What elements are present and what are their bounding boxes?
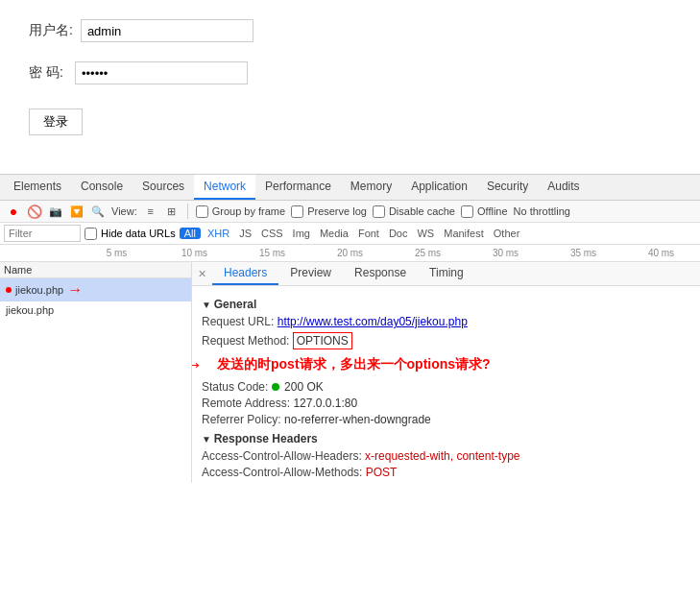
response-header-key-2: Access-Control-Allow-Origin: — [202, 482, 349, 483]
remote-addr-val: 127.0.0.1:80 — [293, 397, 357, 410]
status-code-row: Status Code: 200 OK — [202, 380, 690, 394]
request-method-val: OPTIONS — [293, 332, 352, 349]
disable-cache-group: Disable cache — [373, 205, 455, 218]
tab-performance[interactable]: Performance — [255, 175, 341, 200]
camera-icon[interactable]: 📷 — [48, 204, 63, 219]
referrer-policy-row: Referrer Policy: no-referrer-when-downgr… — [202, 413, 690, 426]
file-list: Name jiekou.php → jiekou.php — [0, 262, 192, 483]
referrer-policy-val: no-referrer-when-downgrade — [284, 413, 431, 426]
big-arrow-icon: → — [192, 352, 204, 377]
tab-console[interactable]: Console — [71, 175, 133, 200]
disable-cache-label: Disable cache — [389, 205, 455, 217]
arrow-indicator: → — [67, 281, 83, 299]
group-by-frame-label: Group by frame — [212, 205, 285, 217]
filter-type-manifest[interactable]: Manifest — [441, 227, 487, 240]
tab-network[interactable]: Network — [194, 175, 255, 200]
search-icon[interactable]: 🔍 — [90, 204, 106, 219]
sub-tab-preview[interactable]: Preview — [278, 262, 343, 285]
throttle-label: No throttling — [514, 205, 570, 217]
timeline-mark-7: 35 ms — [544, 248, 622, 258]
disable-cache-checkbox[interactable] — [373, 205, 385, 218]
timeline-mark-5: 25 ms — [389, 248, 467, 258]
hide-data-urls-label: Hide data URLs — [101, 228, 176, 239]
stop-icon[interactable]: 🚫 — [27, 204, 42, 219]
response-headers-section-title[interactable]: Response Headers — [202, 432, 690, 445]
group-by-frame-group: Group by frame — [196, 205, 285, 218]
list-view-icon[interactable]: ≡ — [143, 204, 158, 219]
status-green-icon — [272, 383, 279, 391]
request-url-val: http://www.test.com/day05/jiekou.php — [278, 315, 468, 328]
hide-data-urls-checkbox[interactable] — [84, 228, 97, 240]
preserve-log-label: Preserve log — [307, 205, 367, 217]
filter-type-font[interactable]: Font — [355, 227, 382, 240]
tab-sources[interactable]: Sources — [133, 175, 194, 200]
filter-type-ws[interactable]: WS — [414, 227, 437, 240]
annotation-row: → 发送的时post请求，多出来一个options请求? — [192, 352, 690, 377]
view-label: View: — [111, 205, 137, 217]
request-method-key: Request Method: — [202, 334, 289, 348]
timeline-mark-6: 30 ms — [467, 248, 544, 258]
record-icon[interactable]: ● — [6, 204, 21, 219]
timeline-mark-8: 40 ms — [622, 248, 700, 258]
remote-addr-row: Remote Address: 127.0.0.1:80 — [202, 397, 690, 410]
sub-tab-response[interactable]: Response — [343, 262, 418, 285]
devtools-panel: Elements Console Sources Network Perform… — [0, 174, 700, 483]
password-label: 密 码: — [29, 64, 67, 82]
username-label: 用户名: — [29, 22, 73, 39]
filter-type-media[interactable]: Media — [317, 227, 351, 240]
response-header-val-2: * — [352, 482, 357, 483]
response-header-2: Access-Control-Allow-Origin: * — [202, 482, 690, 483]
request-url-key: Request URL: — [202, 315, 274, 328]
status-code-key: Status Code: — [202, 380, 268, 394]
response-header-key-1: Access-Control-Allow-Methods: — [202, 466, 362, 479]
request-url-row: Request URL: http://www.test.com/day05/j… — [202, 315, 690, 328]
sub-tab-close-button[interactable]: ✕ — [192, 265, 212, 283]
tab-application[interactable]: Application — [401, 175, 477, 200]
timeline-mark-3: 15 ms — [233, 248, 311, 258]
request-method-row: Request Method: OPTIONS — [202, 331, 690, 350]
main-split: Name jiekou.php → jiekou.php ✕ Headers P… — [0, 262, 700, 483]
file-item-0[interactable]: jiekou.php → — [0, 278, 191, 301]
tab-security[interactable]: Security — [477, 175, 538, 200]
referrer-policy-key: Referrer Policy: — [202, 413, 281, 426]
filter-type-xhr[interactable]: XHR — [205, 227, 232, 240]
tab-elements[interactable]: Elements — [4, 175, 71, 200]
offline-group: Offline — [461, 205, 508, 218]
timeline-mark-1: 5 ms — [78, 248, 156, 258]
username-row: 用户名: — [29, 19, 671, 42]
filter-type-other[interactable]: Other — [491, 227, 523, 240]
response-header-0: Access-Control-Allow-Headers: x-requeste… — [202, 449, 690, 463]
form-area: 用户名: 密 码: 登录 — [0, 0, 700, 174]
response-header-val-1: POST — [366, 466, 398, 479]
general-section-title[interactable]: General — [202, 298, 690, 311]
tab-audits[interactable]: Audits — [538, 175, 589, 200]
offline-checkbox[interactable] — [461, 205, 473, 218]
filter-type-doc[interactable]: Doc — [386, 227, 411, 240]
grid-view-icon[interactable]: ⊞ — [164, 204, 180, 219]
filter-type-js[interactable]: JS — [236, 227, 254, 240]
filter-type-css[interactable]: CSS — [258, 227, 286, 240]
sub-tab-headers[interactable]: Headers — [212, 262, 278, 285]
tab-memory[interactable]: Memory — [341, 175, 401, 200]
offline-label: Offline — [477, 205, 508, 217]
login-button[interactable]: 登录 — [29, 108, 83, 135]
password-input[interactable] — [75, 61, 248, 84]
devtools-tab-bar: Elements Console Sources Network Perform… — [0, 175, 700, 201]
group-by-frame-checkbox[interactable] — [196, 205, 208, 218]
username-input[interactable] — [81, 19, 253, 42]
filter-all-badge[interactable]: All — [180, 228, 201, 239]
timeline-bar: 5 ms 10 ms 15 ms 20 ms 25 ms 30 ms 35 ms… — [0, 245, 700, 262]
sub-tab-timing[interactable]: Timing — [418, 262, 475, 285]
filter-input[interactable] — [4, 225, 81, 242]
file-item-1[interactable]: jiekou.php — [0, 301, 191, 319]
annotation-text: 发送的时post请求，多出来一个options请求? — [217, 356, 491, 373]
sub-tabs-bar: ✕ Headers Preview Response Timing — [192, 262, 700, 286]
response-header-key-0: Access-Control-Allow-Headers: — [202, 449, 362, 463]
right-panel: ✕ Headers Preview Response Timing Genera… — [192, 262, 700, 483]
remote-addr-key: Remote Address: — [202, 397, 290, 410]
filter-icon[interactable]: 🔽 — [69, 204, 84, 219]
filter-type-img[interactable]: Img — [290, 227, 313, 240]
response-header-1: Access-Control-Allow-Methods: POST — [202, 466, 690, 479]
status-code-val: 200 OK — [284, 380, 324, 394]
preserve-log-checkbox[interactable] — [291, 205, 303, 218]
